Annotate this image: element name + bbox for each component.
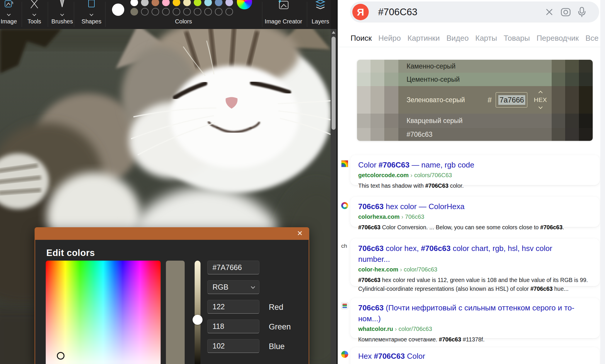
- tools-menu-icon[interactable]: [28, 0, 41, 10]
- palette-shade-cell[interactable]: [552, 60, 565, 73]
- color-palette-widget[interactable]: Каменно-серыйЦементно-серыйЗеленовато-се…: [357, 60, 593, 141]
- tab-maps[interactable]: Карты: [475, 34, 497, 43]
- palette-shade-cell[interactable]: [357, 128, 371, 141]
- palette-color-name-cell[interactable]: Зеленовато-серый#7a7666HEX: [398, 86, 552, 114]
- tab-goods[interactable]: Товары: [504, 34, 530, 43]
- shade-up-icon[interactable]: [538, 91, 543, 95]
- tools-menu-chevron-icon[interactable]: [33, 12, 36, 16]
- palette-swatch[interactable]: [173, 0, 180, 6]
- empty-swatch-slot[interactable]: [152, 8, 159, 16]
- red-value-field[interactable]: 122: [207, 300, 259, 314]
- palette-row[interactable]: Цементно-серый: [357, 73, 593, 86]
- image-menu-chevron-icon[interactable]: [7, 12, 11, 16]
- result-breadcrumb[interactable]: color-hex.com›color/706c63: [358, 266, 592, 273]
- scrollbar-thumb[interactable]: [332, 37, 336, 130]
- palette-shade-cell[interactable]: [371, 60, 384, 73]
- yandex-logo[interactable]: Я: [352, 4, 369, 20]
- shapes-menu-chevron-icon[interactable]: [90, 12, 94, 16]
- search-result-card[interactable]: Color #706C63 — name, rgb code getcolorc…: [350, 155, 600, 185]
- palette-shade-cell[interactable]: [565, 73, 579, 86]
- empty-swatch-slot[interactable]: [173, 8, 180, 16]
- palette-shade-cell[interactable]: [384, 114, 398, 128]
- tab-search[interactable]: Поиск: [351, 34, 372, 43]
- edit-colors-wheel-icon[interactable]: [237, 0, 252, 9]
- image-menu-icon[interactable]: [3, 0, 15, 10]
- toolbar-group-tools[interactable]: Tools: [28, 18, 41, 25]
- palette-shade-cell[interactable]: [579, 128, 593, 141]
- palette-shade-cell[interactable]: [384, 73, 398, 86]
- empty-swatch-slot[interactable]: [194, 8, 201, 16]
- result-breadcrumb[interactable]: getcolorcode.com›colors/706C63: [358, 172, 592, 179]
- palette-shade-cell[interactable]: [371, 114, 384, 128]
- palette-shade-cell[interactable]: [384, 128, 398, 141]
- close-icon[interactable]: ✕: [297, 229, 303, 237]
- palette-shade-cell[interactable]: [552, 86, 565, 114]
- luminance-slider[interactable]: [195, 261, 200, 364]
- canvas-vertical-scrollbar[interactable]: [331, 29, 337, 364]
- luminance-slider-thumb[interactable]: [193, 315, 203, 325]
- scrollbar-up-arrow-icon[interactable]: [332, 31, 335, 34]
- palette-shade-cell[interactable]: [371, 86, 384, 114]
- color-picker-cursor[interactable]: [57, 352, 64, 360]
- palette-swatch[interactable]: [225, 0, 233, 6]
- empty-swatch-slot[interactable]: [225, 8, 233, 16]
- palette-row[interactable]: Кварцевый серый: [357, 114, 593, 128]
- palette-shade-cell[interactable]: [579, 114, 593, 128]
- palette-row[interactable]: Каменно-серый: [357, 60, 593, 73]
- search-result-card[interactable]: 706c63 color hex, #706c63 color chart, r…: [350, 239, 600, 286]
- palette-color-name-cell[interactable]: Цементно-серый: [398, 73, 552, 86]
- result-breadcrumb[interactable]: whatcolor.ru›color/706c63: [358, 326, 592, 332]
- palette-shade-cell[interactable]: [579, 73, 593, 86]
- toolbar-group-image[interactable]: Image: [1, 18, 17, 25]
- palette-shade-cell[interactable]: [565, 60, 579, 73]
- layers-icon[interactable]: [313, 0, 327, 12]
- search-input[interactable]: #706C63: [378, 6, 545, 18]
- palette-swatch[interactable]: [204, 0, 212, 6]
- toolbar-layers[interactable]: Layers: [312, 18, 329, 25]
- palette-shade-cell[interactable]: [357, 114, 371, 128]
- palette-color-name-cell[interactable]: Каменно-серый: [398, 60, 552, 73]
- toolbar-group-brushes[interactable]: Brushes: [51, 18, 73, 25]
- tab-video[interactable]: Видео: [446, 34, 469, 43]
- palette-shade-cell[interactable]: [357, 73, 371, 86]
- palette-shade-cell[interactable]: [357, 60, 371, 73]
- palette-shade-cell[interactable]: [357, 86, 371, 114]
- palette-swatch[interactable]: [152, 0, 159, 6]
- shapes-menu-icon[interactable]: [86, 0, 97, 10]
- result-title-link[interactable]: 706c63 hex color — ColorHexa: [358, 201, 592, 212]
- search-result-card[interactable]: 706c63 (Почти нефритовый с сильным оттен…: [350, 298, 600, 338]
- empty-swatch-slot[interactable]: [204, 8, 212, 16]
- tab-neuro[interactable]: Нейро: [378, 34, 401, 43]
- palette-color-name-cell[interactable]: #706c63: [398, 128, 552, 141]
- palette-row[interactable]: Зеленовато-серый#7a7666HEX: [357, 86, 593, 114]
- palette-shade-cell[interactable]: [552, 73, 565, 86]
- palette-shade-cell[interactable]: [371, 128, 384, 141]
- toolbar-group-shapes[interactable]: Shapes: [81, 18, 101, 25]
- tab-all[interactable]: Все: [585, 34, 599, 43]
- blue-value-field[interactable]: 102: [207, 339, 259, 353]
- dialog-titlebar[interactable]: ✕: [35, 227, 309, 240]
- palette-shade-cell[interactable]: [579, 60, 593, 73]
- empty-swatch-slot[interactable]: [141, 8, 149, 16]
- palette-shade-cell[interactable]: [552, 114, 565, 128]
- palette-shade-cell[interactable]: [384, 60, 398, 73]
- result-breadcrumb[interactable]: colorhexa.com›706c63: [358, 213, 592, 220]
- brushes-menu-icon[interactable]: [56, 0, 68, 10]
- empty-swatch-slot[interactable]: [215, 8, 222, 16]
- palette-shade-cell[interactable]: [384, 86, 398, 114]
- palette-swatch[interactable]: [194, 0, 201, 6]
- palette-color-name-cell[interactable]: Кварцевый серый: [398, 114, 552, 128]
- result-title-link[interactable]: Color #706C63 — name, rgb code: [358, 160, 592, 170]
- search-bar[interactable]: Я #706C63: [350, 1, 599, 23]
- palette-shade-cell[interactable]: [565, 128, 579, 141]
- hex-value-field[interactable]: #7A7666: [207, 261, 259, 274]
- custom-color-swatch[interactable]: [130, 8, 138, 16]
- result-title-link[interactable]: 706c63 (Почти нефритовый с сильным оттен…: [358, 303, 592, 324]
- voice-search-mic-icon[interactable]: [577, 7, 586, 17]
- empty-swatch-slot[interactable]: [183, 8, 191, 16]
- clear-search-icon[interactable]: [545, 7, 554, 17]
- palette-shade-cell[interactable]: [565, 86, 579, 114]
- hex-input[interactable]: 7a7666: [496, 92, 527, 107]
- shade-down-icon[interactable]: [538, 105, 543, 109]
- empty-swatch-slot[interactable]: [162, 8, 170, 16]
